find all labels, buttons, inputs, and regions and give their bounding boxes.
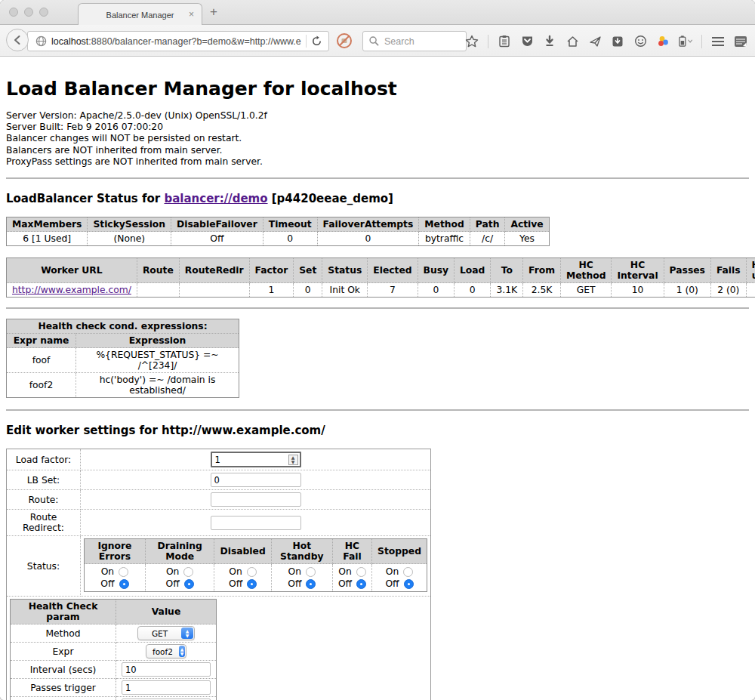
status-cell-disabled: On Off xyxy=(214,564,271,592)
url-bar[interactable]: localhost:8880/balancer-manager?b=demo&w… xyxy=(27,31,329,51)
url-separator xyxy=(306,35,307,48)
hc-expr-select[interactable]: foof2 ▲▼ xyxy=(146,644,186,658)
worker-status-table: Worker URL Route RouteRedir Factor Set S… xyxy=(6,257,755,298)
window-controls[interactable] xyxy=(9,8,48,17)
radio-ignore-errors-off[interactable] xyxy=(119,579,129,589)
balancer-demo-link[interactable]: balancer://demo xyxy=(164,192,267,205)
tab-strip: Balancer Manager × + xyxy=(0,0,755,25)
balancer-status-table: MaxMembers StickySession DisableFailover… xyxy=(6,217,550,246)
bookmark-star-icon[interactable] xyxy=(465,35,479,48)
load-factor-label: Load factor: xyxy=(7,449,81,470)
lb-set-input[interactable] xyxy=(211,473,301,487)
send-plane-icon[interactable] xyxy=(588,35,602,48)
health-check-params-table: Health Check param Value Method GET ▲▼ xyxy=(10,599,217,700)
radio-ignore-errors-on[interactable] xyxy=(119,567,128,577)
radio-draining-mode-on[interactable] xyxy=(183,567,193,577)
tab-title: Balancer Manager xyxy=(106,11,174,20)
inherit-note-line: Balancers are NOT inherited from main se… xyxy=(6,145,749,156)
health-check-params-row: Health Check param Value Method GET ▲▼ xyxy=(7,597,431,700)
server-info: Server Version: Apache/2.5.0-dev (Unix) … xyxy=(6,110,749,168)
square-download-icon[interactable] xyxy=(611,35,624,48)
route-input[interactable] xyxy=(211,492,301,507)
hc-interval-label: Interval (secs) xyxy=(11,661,116,679)
route-redirect-row: Route Redirect: xyxy=(7,510,431,536)
toolbar-separator xyxy=(701,35,702,48)
route-redirect-label: Route Redirect: xyxy=(7,510,81,536)
worker-url-link[interactable]: http://www.example.com/ xyxy=(12,285,131,295)
status-cell-ignore-errors: On Off xyxy=(85,564,146,592)
radio-hot-standby-on[interactable] xyxy=(306,567,316,577)
radio-stopped-off[interactable] xyxy=(404,579,414,589)
download-arrow-icon[interactable] xyxy=(543,35,556,48)
divider xyxy=(6,307,749,309)
proxypass-note-line: ProxyPass settings are NOT inherited fro… xyxy=(6,156,749,168)
server-built-line: Server Built: Feb 9 2016 07:00:20 xyxy=(6,122,749,133)
tab-close-icon[interactable]: × xyxy=(189,9,194,20)
hc-expr-label: Expr xyxy=(11,643,116,661)
radio-stopped-on[interactable] xyxy=(403,567,413,577)
zoom-window-button[interactable] xyxy=(39,8,48,17)
radio-hc-fail-on[interactable] xyxy=(356,567,366,577)
status-cell-hc-fail: On Off xyxy=(332,564,371,592)
plugin-blocked-icon[interactable] xyxy=(335,32,353,50)
menu-hamburger-icon[interactable] xyxy=(711,35,725,48)
new-tab-button[interactable]: + xyxy=(210,5,217,20)
balancer-status-heading: LoadBalancer Status for balancer://demo … xyxy=(6,192,749,205)
browser-window: Balancer Manager × + localhost:8880/bala… xyxy=(0,0,755,700)
clipboard-icon[interactable] xyxy=(498,35,511,48)
toolbar-icons xyxy=(465,31,747,51)
status-label: Status: xyxy=(7,536,81,597)
search-icon xyxy=(363,35,380,47)
back-arrow-icon xyxy=(12,35,23,45)
radio-disabled-on[interactable] xyxy=(247,567,257,577)
hc-method-select[interactable]: GET ▲▼ xyxy=(137,626,195,640)
minimize-window-button[interactable] xyxy=(24,8,33,17)
radio-hc-fail-off[interactable] xyxy=(356,579,366,589)
battery-icon[interactable] xyxy=(679,35,692,48)
lb-set-row: LB Set: xyxy=(7,470,431,490)
smiley-icon[interactable] xyxy=(633,35,647,48)
load-factor-row: Load factor: ▲▼ xyxy=(7,449,431,470)
tab-balancer-manager[interactable]: Balancer Manager × xyxy=(78,3,202,26)
hc-passes-label: Passes trigger xyxy=(11,679,116,697)
search-bar[interactable]: Search xyxy=(362,31,467,51)
select-stepper-icon: ▲▼ xyxy=(179,646,185,657)
route-redirect-input[interactable] xyxy=(211,516,301,530)
persist-note-line: Balancer changes will NOT be persisted o… xyxy=(6,133,749,144)
radio-disabled-off[interactable] xyxy=(247,579,257,589)
route-label: Route: xyxy=(7,490,81,510)
chevron-down-icon xyxy=(688,39,692,43)
hc-fails-label: Fails trigger) xyxy=(11,697,116,700)
toolbar-separator xyxy=(488,35,488,48)
status-options-table: Ignore Errors Draining Mode Disabled Hot… xyxy=(84,538,427,592)
home-icon[interactable] xyxy=(565,35,579,48)
number-spinner[interactable]: ▲▼ xyxy=(288,455,298,465)
navigation-bar: localhost:8880/balancer-manager?b=demo&w… xyxy=(0,25,755,57)
back-button[interactable] xyxy=(6,29,29,51)
server-version-line: Server Version: Apache/2.5.0-dev (Unix) … xyxy=(6,110,749,122)
table-row: http://www.example.com/ 1 0 Init Ok 7 0 … xyxy=(7,283,755,298)
table-row: foof %{REQUEST_STATUS} =~ /^[234]/ xyxy=(7,348,239,373)
hc-interval-input[interactable] xyxy=(122,662,211,677)
radio-hot-standby-off[interactable] xyxy=(306,579,316,589)
table-row: foof2 hc('body') =~ /domain is establish… xyxy=(7,373,239,398)
table-row: 6 [1 Used] (None) Off 0 0 bytraffic /c/ … xyxy=(7,232,550,246)
color-dots-icon[interactable] xyxy=(656,35,670,48)
load-factor-input[interactable] xyxy=(211,452,301,467)
radio-draining-mode-off[interactable] xyxy=(184,579,194,589)
pocket-shield-icon[interactable] xyxy=(520,35,534,48)
page-title: Load Balancer Manager for localhost xyxy=(6,78,749,100)
hc-passes-input[interactable] xyxy=(122,680,211,695)
close-window-button[interactable] xyxy=(9,8,18,17)
reload-icon[interactable] xyxy=(311,35,322,47)
edit-worker-heading: Edit worker settings for http://www.exam… xyxy=(6,424,749,437)
grid-panel-icon[interactable] xyxy=(734,35,747,48)
url-text[interactable]: localhost:8880/balancer-manager?b=demo&w… xyxy=(51,36,301,47)
divider xyxy=(6,177,749,179)
route-row: Route: xyxy=(7,490,431,510)
search-placeholder: Search xyxy=(384,36,414,47)
status-cell-hot-standby: On Off xyxy=(271,564,332,592)
status-cell-draining-mode: On Off xyxy=(145,564,214,592)
status-row: Status: Ignore Errors Draining Mode Disa… xyxy=(7,536,431,597)
page-content: Load Balancer Manager for localhost Serv… xyxy=(0,57,755,700)
